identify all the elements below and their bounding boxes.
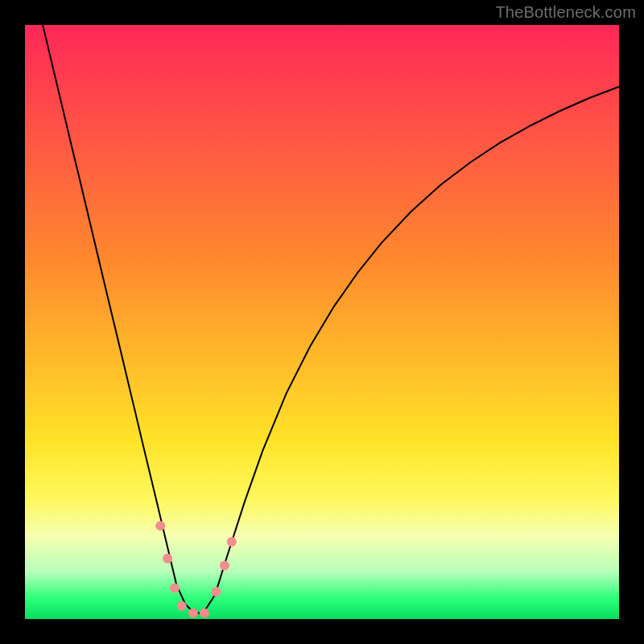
highlight-dot [177,601,187,611]
highlight-dot [212,587,221,597]
highlight-dot [200,609,209,618]
highlight-dot [155,521,165,530]
bottleneck-chart [25,25,619,619]
highlight-dot [220,561,229,571]
watermark-text: TheBottleneck.com [495,3,636,22]
highlight-dot [227,537,237,547]
plot-frame [25,25,619,619]
highlight-dot [170,584,180,593]
highlight-dot [163,554,172,564]
highlight-dot [188,609,198,618]
